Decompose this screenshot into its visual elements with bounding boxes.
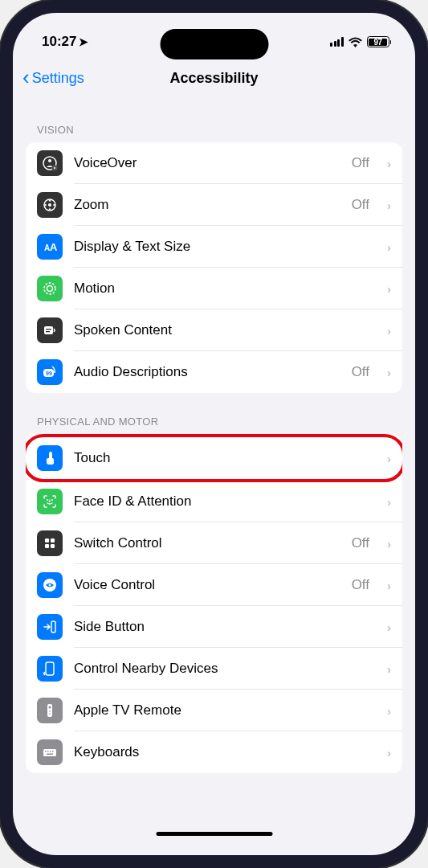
row-keyboards[interactable]: Keyboards › (26, 731, 402, 773)
row-side-button[interactable]: Side Button › (26, 606, 402, 648)
chevron-right-icon: › (387, 579, 391, 592)
chevron-right-icon: › (387, 240, 391, 254)
svg-point-12 (47, 286, 53, 292)
svg-rect-15 (46, 331, 50, 332)
svg-point-4 (49, 199, 51, 201)
side-button-icon (37, 614, 63, 640)
row-label: VoiceOver (74, 155, 340, 171)
svg-rect-21 (51, 538, 55, 542)
highlight-annotation: Touch › (26, 434, 402, 482)
svg-text:A: A (50, 241, 58, 253)
svg-rect-35 (50, 751, 51, 752)
row-label: Voice Control (74, 577, 340, 593)
svg-point-5 (49, 208, 51, 210)
dynamic-island (160, 29, 268, 59)
battery-level: 97 (369, 39, 387, 46)
row-spoken-content[interactable]: Spoken Content › (26, 309, 402, 351)
chevron-right-icon: › (387, 452, 391, 465)
svg-rect-36 (52, 751, 54, 752)
chevron-right-icon: › (387, 662, 391, 676)
back-button[interactable]: ‹ Settings (22, 68, 84, 88)
chevron-right-icon: › (387, 366, 391, 379)
row-apple-tv-remote[interactable]: Apple TV Remote › (26, 690, 402, 731)
cellular-icon (330, 37, 344, 47)
row-voice-control[interactable]: Voice Control Off › (26, 564, 402, 606)
display-text-icon: AA (37, 234, 63, 260)
voice-control-icon (37, 572, 63, 598)
svg-rect-22 (45, 544, 49, 548)
page-title: Accessibility (169, 70, 258, 87)
row-label: Control Nearby Devices (74, 661, 369, 677)
row-display-text-size[interactable]: AA Display & Text Size › (26, 226, 402, 268)
row-label: Face ID & Attention (74, 493, 369, 510)
nearby-devices-icon (37, 656, 63, 682)
svg-point-1 (48, 159, 51, 162)
chevron-right-icon: › (387, 746, 391, 760)
phone-frame: 10:27 ➤ 97 ‹ (0, 0, 428, 868)
audio-descriptions-icon: 99 (37, 359, 63, 385)
tv-remote-icon (37, 698, 63, 723)
svg-rect-23 (51, 544, 55, 548)
row-face-id[interactable]: Face ID & Attention › (26, 481, 402, 522)
row-value: Off (352, 364, 369, 380)
svg-rect-37 (47, 754, 53, 755)
svg-point-18 (47, 499, 48, 501)
chevron-right-icon: › (387, 704, 391, 718)
svg-rect-34 (47, 751, 49, 752)
row-label: Apple TV Remote (74, 702, 369, 719)
voiceover-icon (37, 150, 63, 176)
battery-icon: 97 (367, 36, 392, 47)
chevron-right-icon: › (387, 324, 391, 338)
row-voiceover[interactable]: VoiceOver Off › (26, 142, 402, 184)
row-label: Keyboards (74, 744, 369, 760)
svg-point-7 (53, 204, 55, 206)
chevron-right-icon: › (387, 495, 391, 509)
row-value: Off (352, 535, 369, 551)
spoken-content-icon (37, 317, 63, 343)
row-zoom[interactable]: Zoom Off › (26, 184, 402, 226)
row-audio-descriptions[interactable]: 99 Audio Descriptions Off › (26, 351, 402, 393)
switch-control-icon (37, 530, 63, 556)
row-value: Off (352, 155, 369, 171)
svg-rect-33 (45, 751, 47, 752)
svg-rect-20 (45, 538, 49, 542)
home-indicator[interactable] (156, 832, 272, 836)
row-value: Off (352, 577, 369, 593)
section-header-physical: PHYSICAL AND MOTOR (26, 393, 402, 434)
row-touch[interactable]: Touch › (26, 437, 402, 479)
row-label: Spoken Content (74, 322, 369, 338)
face-id-icon (37, 489, 63, 514)
chevron-left-icon: ‹ (22, 67, 30, 88)
svg-rect-32 (43, 749, 56, 756)
row-label: Side Button (74, 619, 369, 635)
motion-icon (37, 276, 63, 301)
svg-rect-13 (44, 326, 53, 334)
svg-rect-14 (46, 329, 51, 330)
row-label: Touch (74, 450, 369, 466)
nav-bar: ‹ Settings Accessibility (13, 58, 415, 98)
row-label: Motion (74, 280, 369, 297)
svg-point-11 (44, 283, 55, 294)
svg-point-30 (49, 710, 51, 712)
row-motion[interactable]: Motion › (26, 268, 402, 309)
svg-point-8 (48, 203, 51, 207)
row-label: Audio Descriptions (74, 364, 340, 380)
row-control-nearby[interactable]: Control Nearby Devices › (26, 648, 402, 690)
svg-rect-28 (47, 704, 52, 717)
keyboards-icon (37, 739, 63, 765)
row-label: Display & Text Size (74, 239, 369, 255)
svg-point-31 (49, 713, 51, 714)
back-label: Settings (32, 70, 84, 87)
svg-point-6 (44, 204, 46, 206)
row-label: Zoom (74, 197, 340, 213)
location-icon: ➤ (79, 35, 88, 48)
status-time: 10:27 ➤ (42, 34, 88, 50)
svg-point-19 (51, 499, 53, 501)
row-switch-control[interactable]: Switch Control Off › (26, 522, 402, 564)
chevron-right-icon: › (387, 157, 391, 170)
list-group-vision: VoiceOver Off › Zoom Off › AA (26, 142, 402, 393)
section-header-vision: VISION (26, 98, 402, 142)
zoom-icon (37, 192, 63, 218)
svg-rect-27 (46, 662, 54, 675)
svg-text:99: 99 (46, 371, 52, 376)
